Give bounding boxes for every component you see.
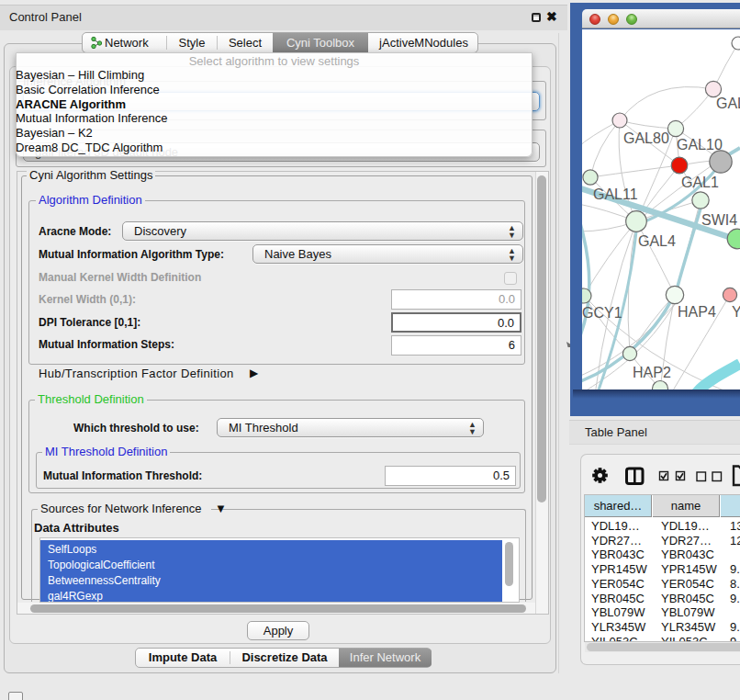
svg-text:GAL80: GAL80 [623,130,669,146]
svg-text:GAL7: GAL7 [716,96,740,111]
svg-text:GAL11: GAL11 [593,186,638,202]
svg-text:GCY1: GCY1 [582,305,622,321]
svg-text:GAL1: GAL1 [681,175,719,190]
svg-text:GAL10: GAL10 [677,137,723,152]
svg-text:HAP4: HAP4 [678,304,716,320]
svg-text:SWI4: SWI4 [701,212,737,228]
svg-text:HAP2: HAP2 [633,365,671,380]
svg-text:GAL4: GAL4 [638,233,676,249]
svg-text:Y: Y [732,304,740,320]
